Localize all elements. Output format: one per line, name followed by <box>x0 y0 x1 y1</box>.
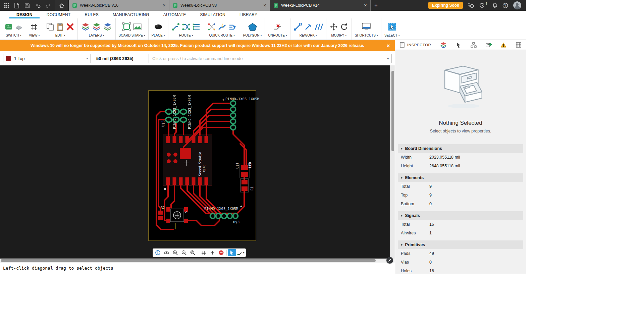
visibility-eye-button[interactable] <box>162 249 170 256</box>
tab-design-manager[interactable] <box>466 40 481 50</box>
toolbar-group-route[interactable]: ROUTE▾ <box>168 18 204 40</box>
menu-simulation[interactable]: SIMULATION <box>193 11 232 18</box>
pcb-header-pads-top[interactable] <box>231 101 236 130</box>
copy-icon <box>46 22 54 31</box>
help-icon[interactable]: ? <box>502 3 508 8</box>
shortcuts-icon <box>362 22 371 31</box>
pcb-ref-s1[interactable]: S1 <box>184 209 188 213</box>
property-value: 16 <box>429 269 520 273</box>
expiring-soon-badge[interactable]: Expiring Soon <box>428 2 463 9</box>
toolbar-group-layers[interactable]: LAYERS▾ <box>77 18 115 40</box>
pcb-label-left-header-1[interactable]: PINHD-1X03_1X03M <box>172 95 177 129</box>
undo-icon[interactable] <box>33 0 42 11</box>
menu-manufacturing[interactable]: MANUFACTURING <box>106 11 156 18</box>
chevron-down-icon: ▾ <box>377 34 378 37</box>
save-icon[interactable] <box>23 0 32 11</box>
origin-crosshair-button[interactable] <box>208 249 216 256</box>
property-row: Top 9 <box>398 191 523 200</box>
document-tab[interactable]: Week8-LoicPCB v16 ✕ <box>69 0 169 11</box>
toolbar-group-unroute[interactable]: UNROUTE▾ <box>265 18 290 40</box>
zoom-out-button[interactable] <box>180 249 188 256</box>
section-header[interactable]: ▾ Board Dimensions <box>398 144 523 153</box>
pcb-board-view[interactable]: + PINHD-1X05_1X05M PINHD-1X03_1X03M PINH… <box>0 65 390 259</box>
vertical-scrollbar-thumb[interactable] <box>391 71 394 151</box>
select-tool-button[interactable] <box>228 249 236 256</box>
toolbar-group-polygon[interactable]: POLYGON▾ <box>240 18 265 40</box>
close-icon[interactable]: ✕ <box>364 3 367 8</box>
route-cross-icon <box>182 22 191 31</box>
command-line-input[interactable] <box>149 54 392 63</box>
section-header[interactable]: ▾ Primitives <box>398 240 523 249</box>
pcb-ref-u1[interactable]: U$1 <box>235 163 239 169</box>
home-tab[interactable] <box>55 0 69 11</box>
section-header[interactable]: ▾ Signals <box>398 211 523 220</box>
tab-place-component[interactable] <box>481 40 496 50</box>
pcb-ref-u5[interactable]: U$5 <box>161 120 165 127</box>
toolbar-group-board-shape[interactable]: BOARD SHAPE▾ <box>115 18 148 40</box>
pcb-module-text-1[interactable]: Seeed Studio <box>198 152 202 176</box>
redo-icon[interactable] <box>44 0 53 11</box>
vertical-scrollbar[interactable] <box>390 65 395 259</box>
remove-button[interactable] <box>217 249 225 256</box>
zoom-fit-button[interactable] <box>189 249 197 256</box>
section-header[interactable]: ▾ Elements <box>398 173 523 182</box>
toolbar-group-modify[interactable]: MODIFY▾ <box>326 18 352 40</box>
route-tool-button[interactable]: ▾ <box>237 249 245 256</box>
close-icon[interactable]: ✕ <box>386 40 390 51</box>
pcb-label-top-header[interactable]: PINHD-1X05_1X05M <box>225 97 259 101</box>
pcb-canvas[interactable]: + PINHD-1X05_1X05M PINHD-1X03_1X03M PINH… <box>0 65 390 259</box>
collapse-caret-icon: ▾ <box>401 214 402 217</box>
pcb-ref-u3[interactable]: U$3 <box>233 220 239 224</box>
tab-layers[interactable] <box>436 40 451 50</box>
warning-triangle-icon <box>500 42 506 48</box>
chevron-down-icon: ▾ <box>144 34 145 37</box>
pcb-ref-r2[interactable]: R2 <box>161 206 165 210</box>
tab-selection-filter[interactable] <box>451 40 466 50</box>
menu-library[interactable]: LIBRARY <box>232 11 264 18</box>
toolbar-group-place[interactable]: PLACE▾ <box>148 18 168 40</box>
chevron-down-icon: ▾ <box>164 34 165 37</box>
tab-drc-errors[interactable] <box>496 40 511 50</box>
feedback-button[interactable] <box>386 257 393 264</box>
horizontal-scrollbar-thumb[interactable] <box>1 259 376 262</box>
close-icon[interactable]: ✕ <box>263 3 266 8</box>
command-bar: 1 Top ▾ 50 mil (3863 2635) ▾ <box>0 51 395 65</box>
grid-settings-button[interactable] <box>200 249 208 256</box>
pcb-label-left-header-2[interactable]: PINHD-1X03_1X03M <box>187 95 192 129</box>
toolbar-group-quick-route[interactable]: QUICK ROUTE▾ <box>204 18 240 40</box>
user-avatar[interactable] <box>513 1 521 9</box>
hierarchy-icon <box>471 42 477 48</box>
property-row: Bottom 0 <box>398 200 523 208</box>
document-tab-active[interactable]: Week8-LoicPCB v14 ✕ <box>270 0 371 11</box>
notifications-bell-icon[interactable] <box>492 3 497 8</box>
document-tab[interactable]: Week8-LoicPCB v8 ✕ <box>169 0 270 11</box>
menu-automate[interactable]: AUTOMATE <box>156 11 193 18</box>
menu-rules[interactable]: RULES <box>78 11 106 18</box>
horizontal-scrollbar[interactable] <box>0 259 395 263</box>
extensions-icon[interactable] <box>468 2 474 8</box>
zoom-in-button[interactable] <box>171 249 179 256</box>
file-menu-icon[interactable] <box>12 0 21 11</box>
pcb-module-text-2[interactable]: XIAO <box>203 165 206 172</box>
info-button[interactable] <box>154 249 162 256</box>
inspector-sections: ▾ Board Dimensions Width 2023.055118 mil… <box>395 144 526 274</box>
toolbar-group-select[interactable]: SELECT▾ <box>381 18 403 40</box>
pcb-ref-led[interactable]: LED <box>248 162 252 168</box>
job-status-button[interactable]: 1 <box>479 3 487 8</box>
menu-document[interactable]: DOCUMENT <box>40 11 78 18</box>
tab-inspector[interactable]: INSPECTOR <box>395 40 436 50</box>
apps-grid-icon[interactable] <box>2 0 11 11</box>
pcb-label-bottom-header[interactable]: PINHD-1X05_1X05M <box>204 207 238 211</box>
toolbar-group-shortcuts[interactable]: SHORTCUTS▾ <box>352 18 381 40</box>
pcb-header-pads-bottom[interactable] <box>210 214 238 219</box>
tab-outputs[interactable] <box>511 40 526 50</box>
pcb-ref-r1[interactable]: R1 <box>250 186 254 190</box>
menu-design[interactable]: DESIGN <box>9 11 40 18</box>
toolbar-group-rework[interactable]: REWORK▾ <box>290 18 326 40</box>
toolbar-group-switch[interactable]: SWITCH▾ <box>1 18 26 40</box>
new-tab-button[interactable]: + <box>371 0 381 11</box>
layer-dropdown[interactable]: 1 Top ▾ <box>3 54 91 63</box>
toolbar-group-edit[interactable]: EDIT▾ <box>43 18 77 40</box>
toolbar-group-view[interactable]: VIEW▾ <box>26 18 43 40</box>
close-icon[interactable]: ✕ <box>163 3 166 8</box>
